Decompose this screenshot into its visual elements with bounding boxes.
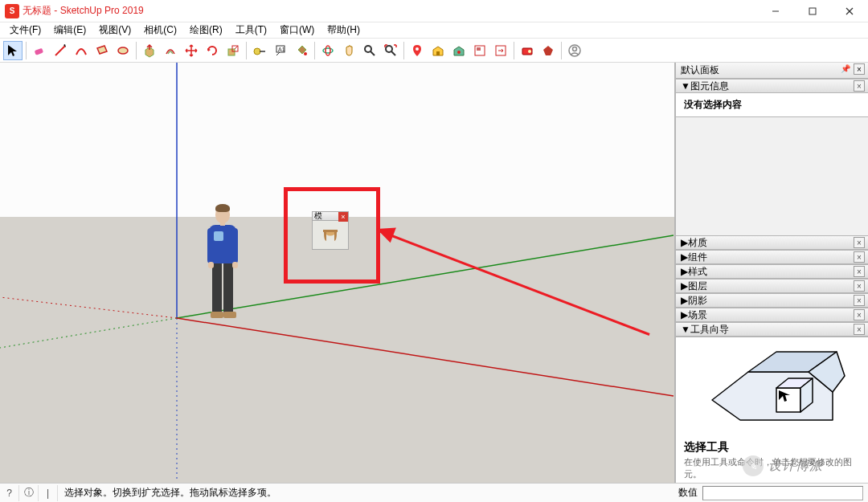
tool-scale[interactable] xyxy=(223,41,243,60)
tray-close-icon[interactable]: × xyxy=(854,63,865,75)
panel-instructor[interactable]: ▼ 工具向导× xyxy=(676,322,868,337)
main-toolbar: A1 xyxy=(0,39,868,63)
instructor-title: 选择工具 xyxy=(684,440,860,455)
menu-tools[interactable]: 工具(T) xyxy=(229,22,273,39)
status-bar: ? ⓘ | 选择对象。切换到扩充选择。拖动鼠标选择多项。 数值 xyxy=(0,483,868,502)
svg-rect-4 xyxy=(35,47,43,55)
tool-text[interactable]: A1 xyxy=(271,41,290,60)
tool-extension-manager[interactable] xyxy=(518,41,537,60)
panel-entity-close-icon[interactable]: × xyxy=(854,80,865,92)
svg-point-12 xyxy=(323,48,333,53)
value-input[interactable] xyxy=(702,486,863,500)
tool-orbit[interactable] xyxy=(318,41,338,60)
svg-point-23 xyxy=(528,50,531,53)
tool-rectangle[interactable] xyxy=(92,41,112,60)
tool-push-pull[interactable] xyxy=(140,41,159,60)
close-button[interactable] xyxy=(831,0,868,22)
tool-3d-warehouse[interactable] xyxy=(428,41,448,60)
menu-draw[interactable]: 绘图(R) xyxy=(183,22,229,39)
value-label: 数值 xyxy=(674,486,702,500)
panel-close-icon[interactable]: × xyxy=(854,237,865,248)
status-help-icon[interactable]: ? xyxy=(0,485,19,501)
menu-help[interactable]: 帮助(H) xyxy=(321,22,366,39)
svg-point-11 xyxy=(304,52,307,55)
tool-pan[interactable] xyxy=(339,41,358,60)
panel-shadows[interactable]: ▶ 阴影× xyxy=(676,293,868,308)
tool-circle[interactable] xyxy=(113,41,133,60)
app-icon: S xyxy=(5,4,19,18)
tool-move[interactable] xyxy=(182,41,201,60)
watermark-icon: ✎ xyxy=(743,455,764,476)
svg-point-18 xyxy=(457,51,461,54)
window-title: 无标题 - SketchUp Pro 2019 xyxy=(23,4,144,18)
viewport[interactable]: 模 × xyxy=(0,63,675,483)
status-divider-icon: | xyxy=(39,485,58,501)
svg-point-5 xyxy=(118,47,128,54)
svg-text:A1: A1 xyxy=(278,47,285,52)
pin-icon[interactable]: 📌 xyxy=(841,64,850,73)
panel-components[interactable]: ▶ 组件× xyxy=(676,250,868,264)
panel-close-icon[interactable]: × xyxy=(854,251,865,263)
menu-edit[interactable]: 编辑(E) xyxy=(47,22,92,39)
panel-close-icon[interactable]: × xyxy=(854,295,865,306)
svg-line-29 xyxy=(0,318,177,348)
tool-extension-warehouse[interactable] xyxy=(449,41,469,60)
title-bar: S 无标题 - SketchUp Pro 2019 xyxy=(0,0,868,22)
menu-file[interactable]: 文件(F) xyxy=(3,22,47,39)
tool-line[interactable] xyxy=(51,41,70,60)
svg-point-13 xyxy=(326,46,330,55)
tool-arc[interactable] xyxy=(72,41,91,60)
svg-rect-6 xyxy=(228,49,235,55)
scale-figure xyxy=(204,206,243,326)
svg-line-30 xyxy=(177,318,674,396)
panel-close-icon[interactable]: × xyxy=(854,324,865,335)
maximize-button[interactable] xyxy=(794,0,831,22)
tool-zoom[interactable] xyxy=(360,41,379,60)
tool-add-location[interactable] xyxy=(407,41,427,60)
tray-header[interactable]: 默认面板 📌 × xyxy=(676,63,868,79)
svg-line-31 xyxy=(0,297,177,318)
entity-info-text: 没有选择内容 xyxy=(684,99,742,110)
menu-view[interactable]: 视图(V) xyxy=(92,22,137,39)
menu-camera[interactable]: 相机(C) xyxy=(137,22,183,39)
svg-rect-1 xyxy=(809,8,816,14)
panel-materials[interactable]: ▶ 材质× xyxy=(676,235,868,250)
svg-point-25 xyxy=(573,47,577,51)
menu-bar: 文件(F) 编辑(E) 视图(V) 相机(C) 绘图(R) 工具(T) 窗口(W… xyxy=(0,22,868,39)
tool-layout[interactable] xyxy=(470,41,489,60)
watermark-text: 设计博派 xyxy=(768,458,823,475)
panel-close-icon[interactable]: × xyxy=(854,309,865,320)
svg-rect-17 xyxy=(436,51,440,55)
tray-header-title: 默认面板 xyxy=(681,63,719,77)
panel-close-icon[interactable]: × xyxy=(854,280,865,292)
tool-paint-bucket[interactable] xyxy=(292,41,311,60)
panel-close-icon[interactable]: × xyxy=(854,266,865,277)
tool-select[interactable] xyxy=(3,41,23,60)
default-tray: 默认面板 📌 × ▼ 图元信息 × 没有选择内容 ▶ 材质× ▶ 组件× ▶ 样… xyxy=(675,63,868,483)
panel-layers[interactable]: ▶ 图层× xyxy=(676,279,868,293)
panel-styles[interactable]: ▶ 样式× xyxy=(676,264,868,279)
svg-point-14 xyxy=(365,46,371,52)
tool-user-account[interactable] xyxy=(565,41,584,60)
svg-rect-20 xyxy=(477,47,481,51)
tool-rotate[interactable] xyxy=(203,41,222,60)
tool-zoom-extents[interactable] xyxy=(381,41,400,60)
panel-scenes[interactable]: ▶ 场景× xyxy=(676,308,868,322)
panel-entity-info-title: 图元信息 xyxy=(690,80,729,93)
tool-eraser[interactable] xyxy=(30,41,49,60)
menu-window[interactable]: 窗口(W) xyxy=(273,22,321,39)
status-hint: 选择对象。切换到扩充选择。拖动鼠标选择多项。 xyxy=(58,486,674,500)
svg-point-15 xyxy=(386,46,392,52)
instructor-illustration xyxy=(696,344,849,432)
tool-ruby-console[interactable] xyxy=(538,41,558,60)
tool-tape-measure[interactable] xyxy=(250,41,269,60)
tool-send-to-layout[interactable] xyxy=(491,41,510,60)
annotation-highlight-box xyxy=(284,187,380,284)
minimize-button[interactable] xyxy=(757,0,794,22)
panel-entity-info[interactable]: ▼ 图元信息 × xyxy=(676,79,868,93)
svg-point-8 xyxy=(254,48,260,55)
tool-offset[interactable] xyxy=(161,41,180,60)
status-info-icon[interactable]: ⓘ xyxy=(19,485,39,501)
panel-entity-info-body: 没有选择内容 xyxy=(676,93,868,117)
svg-point-16 xyxy=(416,47,419,51)
